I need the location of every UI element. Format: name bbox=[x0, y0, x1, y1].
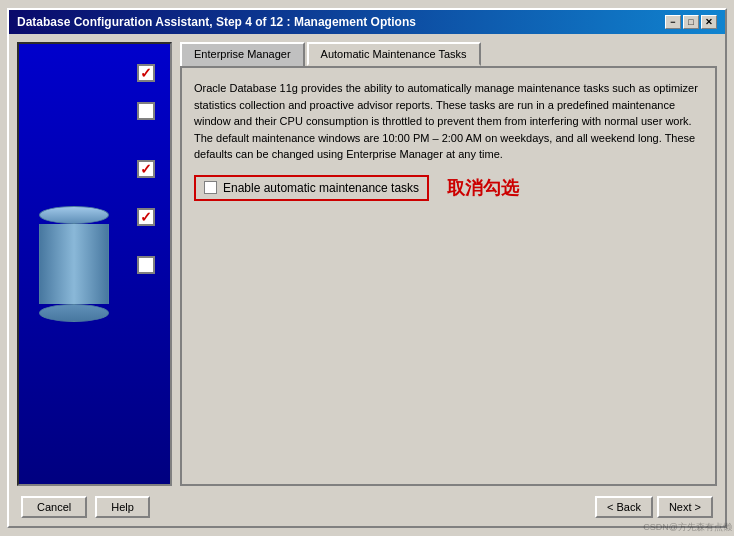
help-button[interactable]: Help bbox=[95, 496, 150, 518]
db-top bbox=[39, 206, 109, 224]
bottom-bar: Cancel Help < Back Next > bbox=[17, 490, 717, 518]
list-item bbox=[24, 160, 165, 178]
tab-enterprise-manager[interactable]: Enterprise Manager bbox=[180, 42, 305, 66]
window-title: Database Configuration Assistant, Step 4… bbox=[17, 15, 416, 29]
enable-maintenance-checkbox[interactable] bbox=[204, 181, 217, 194]
db-bottom bbox=[39, 304, 109, 322]
left-panel-items bbox=[24, 54, 165, 274]
checkbox-label: Enable automatic maintenance tasks bbox=[223, 181, 419, 195]
step-4-checked bbox=[137, 208, 155, 226]
checkbox-row-container: Enable automatic maintenance tasks 取消勾选 bbox=[194, 175, 703, 201]
list-item bbox=[24, 64, 165, 82]
maintenance-checkbox-row: Enable automatic maintenance tasks bbox=[194, 175, 429, 201]
bottom-right-buttons: < Back Next > bbox=[595, 496, 713, 518]
minimize-button[interactable]: − bbox=[665, 15, 681, 29]
annotation-text: 取消勾选 bbox=[447, 176, 519, 200]
step-5-empty bbox=[137, 256, 155, 274]
back-button[interactable]: < Back bbox=[595, 496, 653, 518]
close-button[interactable]: ✕ bbox=[701, 15, 717, 29]
tab-content-area: Oracle Database 11g provides the ability… bbox=[180, 66, 717, 486]
left-panel bbox=[17, 42, 172, 486]
title-bar: Database Configuration Assistant, Step 4… bbox=[9, 10, 725, 34]
main-window: Database Configuration Assistant, Step 4… bbox=[7, 8, 727, 528]
step-1-checked bbox=[137, 64, 155, 82]
right-panel: Enterprise Manager Automatic Maintenance… bbox=[180, 42, 717, 486]
step-3-checked bbox=[137, 160, 155, 178]
title-bar-buttons: − □ ✕ bbox=[665, 15, 717, 29]
maximize-button[interactable]: □ bbox=[683, 15, 699, 29]
main-content: Enterprise Manager Automatic Maintenance… bbox=[17, 42, 717, 486]
db-body bbox=[39, 224, 109, 304]
step-2-empty bbox=[137, 102, 155, 120]
list-item bbox=[24, 102, 165, 120]
cancel-button[interactable]: Cancel bbox=[21, 496, 87, 518]
watermark: CSDN@方先森有点懒 bbox=[643, 521, 732, 534]
next-button[interactable]: Next > bbox=[657, 496, 713, 518]
tab-automatic-maintenance[interactable]: Automatic Maintenance Tasks bbox=[307, 42, 481, 66]
database-icon bbox=[39, 206, 109, 322]
description-text: Oracle Database 11g provides the ability… bbox=[194, 80, 703, 163]
bottom-left-buttons: Cancel Help bbox=[21, 496, 150, 518]
tab-bar: Enterprise Manager Automatic Maintenance… bbox=[180, 42, 717, 66]
window-body: Enterprise Manager Automatic Maintenance… bbox=[9, 34, 725, 526]
